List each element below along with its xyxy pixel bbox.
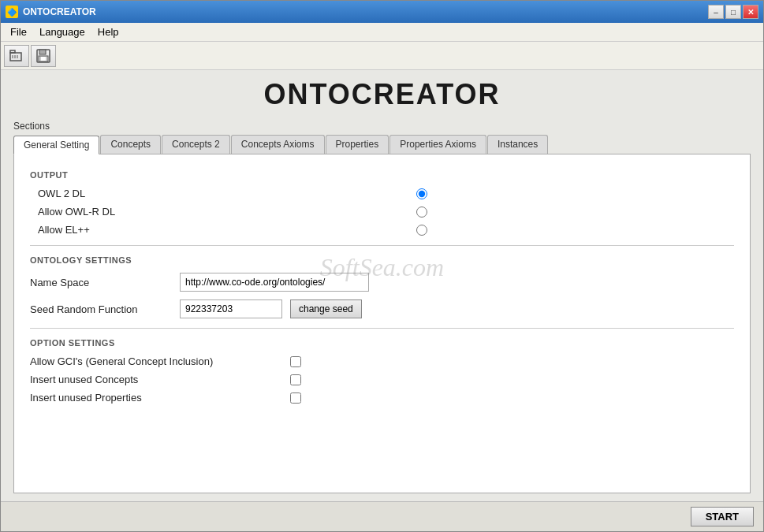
tab-concepts-axioms[interactable]: Concepts Axioms — [231, 135, 325, 154]
window-title: ONTOCREATOR — [23, 6, 96, 17]
app-icon: 🔷 — [6, 6, 18, 18]
unused-concepts-checkbox[interactable] — [290, 374, 301, 385]
svg-rect-0 — [10, 53, 21, 61]
change-seed-button[interactable]: change seed — [290, 299, 362, 318]
sections-label: Sections — [13, 121, 751, 132]
tab-concepts[interactable]: Concepts — [100, 135, 161, 154]
seed-row: Seed Random Function change seed — [30, 299, 734, 318]
ontology-heading: ONTOLOGY SETTINGS — [30, 255, 734, 265]
tab-properties-axioms[interactable]: Properties Axioms — [389, 135, 486, 154]
checkbox-row-unused-properties: Insert unused Properties — [30, 392, 734, 404]
tab-bar: General Setting Concepts Concepts 2 Conc… — [13, 135, 751, 154]
menu-help[interactable]: Help — [91, 24, 125, 39]
bottom-bar: START — [1, 501, 763, 531]
divider-1 — [30, 245, 734, 246]
checkbox-row-gci: Allow GCI's (General Concept Inclusion) — [30, 355, 734, 367]
owl2dl-radio[interactable] — [416, 188, 427, 199]
toolbar — [1, 42, 763, 70]
gci-label: Allow GCI's (General Concept Inclusion) — [30, 355, 282, 367]
seed-label: Seed Random Function — [30, 303, 172, 315]
elpp-label: Allow EL++ — [38, 224, 196, 236]
elpp-radio[interactable] — [416, 225, 427, 236]
toolbar-open-button[interactable] — [4, 45, 29, 67]
app-title: ONTOCREATOR — [13, 78, 751, 111]
option-heading: OPTION SETTINGS — [30, 338, 734, 348]
svg-rect-6 — [39, 50, 46, 54]
menu-file[interactable]: File — [4, 24, 33, 39]
tab-concepts-2[interactable]: Concepts 2 — [162, 135, 230, 154]
main-content: ONTOCREATOR Sections General Setting Con… — [1, 70, 763, 501]
tabs-container: General Setting Concepts Concepts 2 Conc… — [13, 135, 751, 493]
tab-general-setting[interactable]: General Setting — [13, 136, 99, 154]
tab-instances[interactable]: Instances — [487, 135, 548, 154]
seed-input[interactable] — [180, 299, 282, 318]
divider-2 — [30, 328, 734, 329]
menu-language[interactable]: Language — [33, 24, 91, 39]
radio-row-owlrdl: Allow OWL-R DL — [38, 206, 734, 218]
unused-properties-label: Insert unused Properties — [30, 392, 282, 404]
unused-properties-checkbox[interactable] — [290, 392, 301, 404]
minimize-button[interactable]: – — [708, 5, 724, 19]
owlrdl-radio[interactable] — [416, 206, 427, 218]
namespace-input[interactable] — [180, 273, 369, 292]
namespace-label: Name Space — [30, 277, 172, 288]
restore-button[interactable]: □ — [725, 5, 741, 19]
title-bar: 🔷 ONTOCREATOR – □ ✕ — [1, 1, 763, 23]
namespace-row: Name Space — [30, 273, 734, 292]
gci-checkbox[interactable] — [290, 356, 301, 367]
tab-content-general: OUTPUT OWL 2 DL Allow OWL-R DL Allow EL+… — [13, 154, 751, 493]
tab-properties[interactable]: Properties — [326, 135, 389, 154]
toolbar-save-button[interactable] — [31, 45, 56, 67]
radio-row-owl2dl: OWL 2 DL — [38, 188, 734, 199]
owlrdl-label: Allow OWL-R DL — [38, 206, 196, 218]
svg-rect-1 — [10, 50, 15, 53]
unused-concepts-label: Insert unused Concepts — [30, 374, 282, 385]
radio-row-elpp: Allow EL++ — [38, 224, 734, 236]
start-button[interactable]: START — [691, 507, 754, 526]
radio-group-output: OWL 2 DL Allow OWL-R DL Allow EL++ — [38, 188, 734, 236]
menu-bar: File Language Help — [1, 23, 763, 42]
svg-rect-8 — [41, 57, 46, 61]
owl2dl-label: OWL 2 DL — [38, 188, 196, 199]
close-button[interactable]: ✕ — [743, 5, 758, 19]
checkbox-row-unused-concepts: Insert unused Concepts — [30, 374, 734, 385]
output-heading: OUTPUT — [30, 170, 734, 180]
